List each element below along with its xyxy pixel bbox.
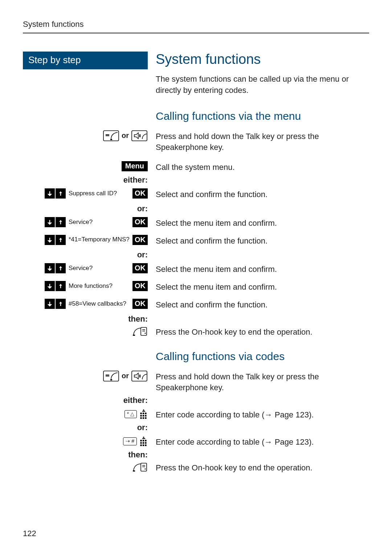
or-label-2: or: (137, 250, 148, 260)
nav-arrows (45, 235, 66, 245)
header-rule (23, 33, 369, 33)
talk-key-instruction: Press and hold down the Talk key or pres… (156, 131, 369, 154)
nav-arrows (45, 299, 66, 309)
view-callbacks-desc: Select and confirm the function. (156, 299, 369, 311)
menu-item-service: Service? (69, 219, 93, 226)
then-label-codes: then: (128, 450, 148, 460)
ok-button: OK (132, 217, 148, 227)
section-calling-via-codes: Calling functions via codes (156, 350, 369, 363)
talk-key-icon (103, 130, 119, 141)
or-label-1: or: (137, 204, 148, 213)
ok-button: OK (132, 188, 148, 199)
menu-pill: Menu (122, 161, 148, 171)
onhook-instruction-codes: Press the On-hook key to end the operati… (156, 462, 369, 474)
talk-key-icon (103, 371, 119, 381)
keypad-icon (139, 436, 148, 447)
suppress-desc: Select and confirm the function. (156, 189, 369, 200)
keypad-icon (139, 409, 148, 420)
speaker-key-icon (131, 371, 148, 381)
menu-item-temporary-mns: *41=Temporary MNS? (69, 236, 130, 243)
or-label-codes: or: (137, 423, 148, 432)
more-functions-desc: Select the menu item and confirm. (156, 282, 369, 293)
nav-arrows (45, 188, 66, 199)
talk-key-instruction-codes: Press and hold down the Talk key or pres… (156, 371, 369, 394)
temp-mns-desc: Select and confirm the function. (156, 236, 369, 247)
menu-item-more-functions: More functions? (69, 283, 113, 290)
ok-button: OK (132, 235, 148, 245)
page-number: 122 (23, 529, 36, 538)
hash-key: ⇢ # (123, 437, 137, 445)
ok-button: OK (132, 281, 148, 291)
menu-item-view-callbacks: #58=View callbacks? (69, 301, 126, 307)
menu-item-service: Service? (69, 265, 93, 272)
star-key: * △ (124, 410, 137, 418)
onhook-key-icon (131, 326, 148, 337)
nav-arrows (45, 281, 66, 291)
onhook-key-icon (131, 462, 148, 473)
ok-button: OK (132, 299, 148, 309)
ok-button: OK (132, 263, 148, 273)
step-by-step-header: Step by step (23, 52, 148, 69)
hash-code-instruction: Enter code according to table (→ Page 12… (156, 437, 369, 448)
then-label: then: (128, 314, 148, 324)
either-label: either: (123, 175, 148, 185)
page-title: System functions (156, 52, 369, 67)
nav-arrows (45, 263, 66, 273)
service1-desc: Select the menu item and confirm. (156, 218, 369, 229)
section-calling-via-menu: Calling functions via the menu (156, 110, 369, 122)
intro-paragraph: The system functions can be called up vi… (156, 74, 369, 96)
nav-arrows (45, 217, 66, 227)
call-system-menu: Call the system menu. (156, 162, 369, 173)
running-head: System functions (23, 20, 369, 29)
star-code-instruction: Enter code according to table (→ Page 12… (156, 409, 369, 421)
either-label-codes: either: (123, 396, 148, 405)
onhook-instruction: Press the On-hook key to end the operati… (156, 327, 369, 338)
speaker-key-icon (131, 130, 148, 141)
or-label: or (122, 131, 129, 140)
menu-item-suppress-call-id: Suppress call ID? (69, 190, 117, 197)
service2-desc: Select the menu item and confirm. (156, 264, 369, 275)
or-label: or (122, 372, 129, 380)
